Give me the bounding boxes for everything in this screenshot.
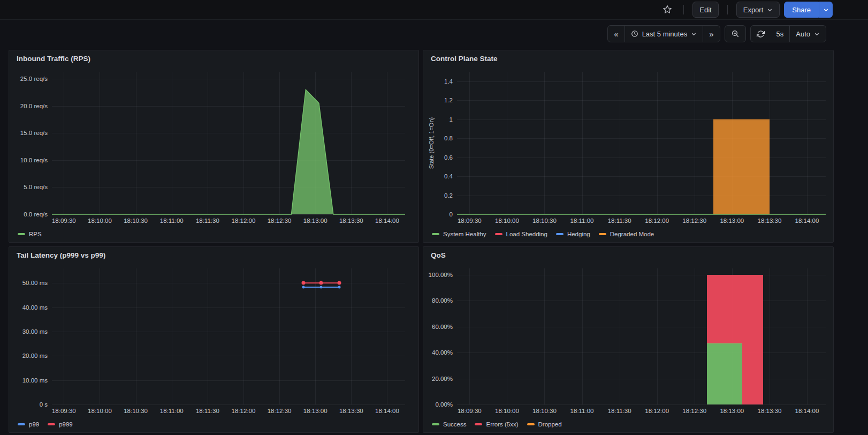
legend-item[interactable]: p99: [18, 421, 39, 428]
y-axis-tick-label: 30.00 ms: [22, 328, 48, 335]
x-axis-tick-label: 18:14:00: [375, 218, 399, 224]
panel-title[interactable]: QoS: [429, 250, 828, 263]
double-chevron-left-icon: «: [614, 30, 618, 38]
y-axis-tick-label: 0.8: [444, 135, 453, 141]
panel-control-plane-state: Control Plane State 00.20.40.60.811.21.4…: [423, 50, 834, 243]
x-axis: 18:09:3018:10:0018:10:3018:11:0018:11:30…: [52, 404, 405, 417]
auto-refresh-dropdown[interactable]: Auto: [789, 26, 826, 42]
legend-label: Degraded Mode: [610, 231, 654, 237]
y-axis-tick-label: 0.0 req/s: [24, 211, 48, 218]
x-axis: 18:09:3018:10:0018:10:3018:11:0018:11:30…: [457, 404, 826, 417]
data-point-marker: [319, 281, 323, 285]
legend-swatch: [527, 423, 535, 425]
gridline-horizontal: [457, 301, 826, 301]
y-axis-tick-label: 20.00%: [432, 376, 453, 382]
legend-swatch: [556, 233, 564, 235]
legend-swatch: [432, 233, 439, 235]
export-button[interactable]: Export: [736, 2, 780, 18]
x-axis-tick-label: 18:09:30: [458, 218, 482, 224]
magnifier-minus-icon: [731, 29, 740, 38]
time-range-picker[interactable]: Last 5 minutes: [625, 26, 703, 42]
x-axis: 18:09:3018:10:0018:10:3018:11:0018:11:30…: [457, 214, 826, 227]
y-axis-tick-label: 0.6: [444, 154, 453, 161]
x-axis-tick-label: 18:12:00: [645, 218, 669, 224]
x-axis-tick-label: 18:12:00: [645, 408, 669, 414]
time-toolbar: « Last 5 minutes » 5s: [0, 20, 868, 48]
legend-label: RPS: [29, 231, 42, 237]
plot-area[interactable]: 0 s10.00 ms20.00 ms30.00 ms40.00 ms50.00…: [52, 268, 405, 404]
legend-label: Load Shedding: [506, 231, 547, 237]
refresh-interval-label: 5s: [776, 30, 784, 38]
y-axis-tick-label: 10.00 ms: [22, 377, 48, 384]
x-axis-tick-label: 18:13:30: [339, 408, 363, 414]
legend-item[interactable]: Degraded Mode: [599, 231, 654, 237]
legend-swatch: [18, 233, 25, 235]
refresh-group: 5s Auto: [750, 25, 826, 42]
panel-title[interactable]: Tail Latency (p999 vs p99): [14, 250, 413, 263]
legend-item[interactable]: RPS: [18, 231, 42, 237]
refresh-interval-button[interactable]: 5s: [771, 26, 790, 42]
plot-area[interactable]: 0.00%20.00%40.00%60.00%80.00%100.00%: [457, 268, 826, 404]
share-split-button: Share: [784, 2, 833, 18]
y-axis-tick-label: 15.0 req/s: [20, 130, 48, 136]
x-axis-tick-label: 18:10:00: [495, 408, 519, 414]
share-menu-button[interactable]: [819, 2, 833, 18]
gridline-horizontal: [457, 327, 826, 327]
x-axis-tick-label: 18:10:30: [124, 408, 148, 414]
header-divider: [727, 5, 728, 14]
panel-title[interactable]: Control Plane State: [429, 54, 828, 66]
legend-item[interactable]: Hedging: [556, 231, 590, 237]
x-axis-tick-label: 18:12:30: [682, 408, 706, 414]
share-button[interactable]: Share: [784, 2, 819, 18]
plot-area[interactable]: 0.0 req/s5.0 req/s10.0 req/s15.0 req/s20…: [52, 72, 405, 214]
y-axis-tick-label: 20.0 req/s: [20, 103, 48, 109]
legend-item[interactable]: p999: [48, 421, 73, 428]
panel-title[interactable]: Inbound Traffic (RPS): [14, 54, 413, 66]
series-p999: [52, 268, 405, 404]
plot-area[interactable]: 00.20.40.60.811.21.4State (0=Off, 1=On): [457, 72, 826, 214]
time-shift-back-button[interactable]: «: [608, 26, 624, 42]
gridline-horizontal: [457, 352, 826, 353]
app-header: Edit Export Share: [0, 0, 868, 20]
legend-swatch: [432, 423, 439, 425]
legend-item[interactable]: Errors (5xx): [475, 421, 518, 428]
panel-tail-latency: Tail Latency (p999 vs p99) 0 s10.00 ms20…: [9, 246, 419, 433]
y-axis-tick-label: 20.00 ms: [22, 352, 48, 359]
data-point-marker: [337, 281, 341, 285]
x-axis-tick-label: 18:11:30: [608, 408, 631, 414]
clock-icon: [631, 30, 638, 38]
series-rps: [52, 72, 405, 214]
refresh-button[interactable]: [751, 26, 771, 42]
gridline-vertical: [770, 268, 770, 404]
legend-item[interactable]: Dropped: [527, 421, 562, 428]
y-axis-tick-label: 50.00 ms: [22, 280, 48, 286]
y-axis-tick-label: 40.00 ms: [22, 304, 48, 311]
legend-label: Dropped: [538, 421, 562, 428]
series-bar-errors-5xx-: [707, 275, 742, 343]
y-axis-tick-label: 25.0 req/s: [20, 76, 48, 82]
chevron-down-icon: [767, 7, 773, 13]
y-axis-tick-label: 10.0 req/s: [20, 157, 48, 163]
x-axis-tick-label: 18:12:00: [232, 408, 256, 414]
zoom-out-button[interactable]: [725, 26, 745, 42]
edit-button[interactable]: Edit: [692, 2, 718, 18]
series-system-healthy: [457, 72, 826, 214]
legend-item[interactable]: System Healthy: [432, 231, 486, 237]
gridline-vertical: [807, 268, 808, 404]
y-axis-tick-label: 0: [450, 211, 453, 218]
legend-item[interactable]: Load Shedding: [495, 231, 547, 237]
legend-item[interactable]: Success: [432, 421, 466, 428]
time-range-label: Last 5 minutes: [642, 30, 688, 38]
double-chevron-right-icon: »: [709, 30, 713, 38]
legend-swatch: [48, 423, 55, 425]
zoom-out-group: [725, 25, 746, 42]
legend: p99p999: [14, 417, 413, 431]
x-axis-tick-label: 18:11:00: [570, 408, 594, 414]
favorite-button[interactable]: [660, 2, 675, 17]
x-axis-tick-label: 18:10:30: [532, 218, 557, 224]
time-shift-forward-button[interactable]: »: [703, 26, 719, 42]
x-axis-tick-label: 18:10:00: [88, 218, 112, 224]
auto-refresh-label: Auto: [796, 30, 810, 38]
x-axis-tick-label: 18:14:00: [795, 218, 819, 224]
legend-swatch: [18, 423, 25, 425]
